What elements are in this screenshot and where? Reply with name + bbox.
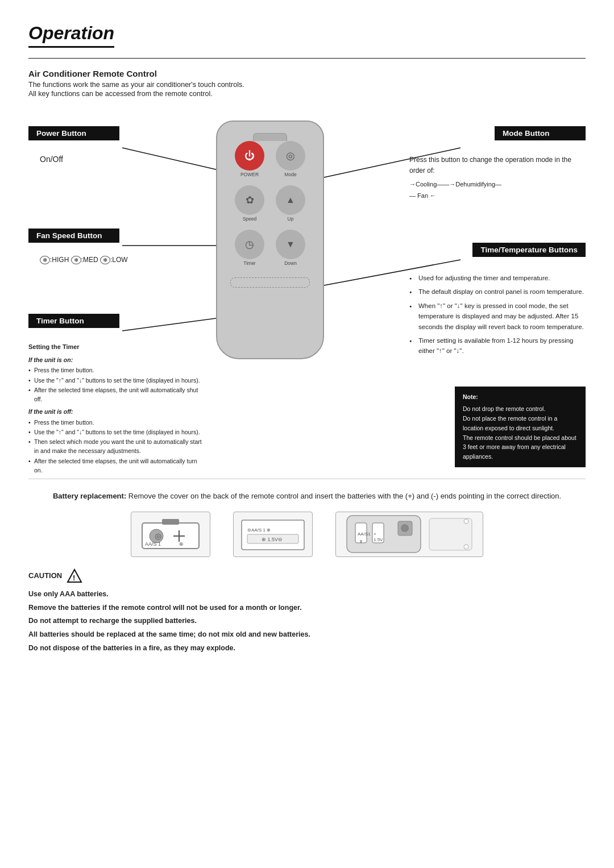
page-title: Operation (28, 23, 114, 48)
down-btn-wrap: Down (276, 230, 305, 266)
time-temp-bullets: Used for adjusting the timer and tempera… (409, 273, 586, 360)
remote-dashed-area (230, 277, 310, 288)
caution-title: CAUTION (28, 571, 62, 580)
svg-text:⊖AA/S 1  ⊕: ⊖AA/S 1 ⊕ (247, 528, 271, 533)
up-label: Up (288, 216, 294, 222)
power-label: POWER (240, 172, 259, 177)
mode-icon (286, 149, 295, 162)
caution-line-3: Do not attempt to recharge the supplied … (28, 614, 586, 628)
svg-text:+: + (374, 531, 376, 537)
caution-line-1: Use only AAA batteries. (28, 588, 586, 601)
remote-control: POWER Mode Speed Up (216, 121, 324, 359)
mode-button-label: Mode Button (495, 126, 586, 140)
svg-point-25 (401, 524, 409, 532)
battery-image-1: ◎ AA/S 1 ⊕ (131, 512, 210, 557)
timer-content: Setting the Timer If the unit is on: Pre… (28, 342, 205, 475)
power-button-label: Power Button (28, 126, 119, 140)
battery-section: Battery replacement: Remove the cover on… (28, 479, 586, 655)
svg-text:◎: ◎ (155, 531, 161, 541)
remote-row-1: POWER Mode (235, 141, 305, 177)
intro-line-1: The functions work the same as your air … (28, 81, 586, 89)
down-button[interactable] (276, 230, 305, 259)
timer-button[interactable] (235, 230, 264, 259)
mode-flow-1: →Cooling——→Dehumidifying— (409, 180, 586, 190)
svg-point-27 (464, 519, 468, 524)
section-title: Air Conditioner Remote Control (28, 69, 586, 78)
battery-image-2: ⊖AA/S 1 ⊕ ⊕ 1.5V⊖ (233, 512, 313, 557)
time-temp-button-label: Time/Temperature Buttons (472, 243, 586, 257)
speed-label: Speed (243, 216, 257, 222)
timer-on-step-2: Use the "↑" and "↓" buttons to set the t… (28, 376, 205, 385)
battery-svg-3: AA/S1 + 1.5V (341, 513, 478, 555)
svg-text:⊕  1.5V⊖: ⊕ 1.5V⊖ (262, 537, 283, 542)
timer-off-step-4: After the selected time elapses, the uni… (28, 456, 205, 475)
timer-btn-wrap: Timer (235, 230, 264, 266)
battery-text-body: Remove the cover on the back of the remo… (126, 492, 561, 500)
up-button[interactable] (276, 185, 305, 215)
power-button[interactable] (235, 141, 264, 171)
down-label: Down (284, 260, 297, 266)
caution-line-2: Remove the batteries if the remote contr… (28, 601, 586, 615)
note-title: Note: (463, 392, 578, 402)
svg-rect-6 (162, 519, 179, 525)
up-btn-wrap: Up (276, 185, 305, 222)
fan-speed-desc: ❄:HIGH ❄:MED ❄:LOW (40, 256, 128, 264)
caution-line-4: All batteries should be replaced at the … (28, 628, 586, 642)
timer-on-steps: Press the timer button. Use the "↑" and … (28, 366, 205, 404)
speed-button[interactable] (235, 185, 264, 215)
svg-text:AA/S 1: AA/S 1 (145, 541, 161, 547)
battery-text-bold: Battery replacement: (53, 492, 126, 500)
power-btn-wrap: POWER (235, 141, 264, 177)
time-temp-bullet-1: Used for adjusting the timer and tempera… (409, 273, 586, 283)
svg-text:⊕: ⊕ (179, 541, 184, 547)
caution-triangle-icon: ! (67, 568, 82, 583)
remote-row-2: Speed Up (235, 185, 305, 222)
timer-on-step-3: After the selected time elapses, the uni… (28, 385, 205, 404)
note-item-3: The remote control should be placed abou… (463, 433, 578, 462)
timer-off-step-3: Then select which mode you want the unit… (28, 437, 205, 456)
power-icon (244, 150, 255, 162)
remote-row-3: Timer Down (235, 230, 305, 266)
timer-off-step-2: Use the "↑" and "↓" buttons to set the t… (28, 427, 205, 437)
battery-image-3: AA/S1 + 1.5V (335, 512, 483, 557)
timer-off-steps: Press the timer button. Use the "↑" and … (28, 418, 205, 475)
timer-off-step-1: Press the timer button. (28, 418, 205, 427)
svg-text:AA/S1: AA/S1 (358, 531, 371, 537)
timer-on-step-1: Press the timer button. (28, 366, 205, 375)
timer-setting-title: Setting the Timer (28, 342, 205, 352)
battery-images: ◎ AA/S 1 ⊕ ⊖AA/S 1 ⊕ ⊕ 1.5V⊖ (28, 512, 586, 557)
battery-text: Battery replacement: Remove the cover on… (28, 491, 586, 502)
time-temp-bullet-2: The default display on control panel is … (409, 286, 586, 297)
mode-button[interactable] (276, 141, 305, 171)
mode-btn-wrap: Mode (276, 141, 305, 177)
timer-label: Timer (243, 260, 255, 266)
note-item-1: Do not drop the remote control. (463, 404, 578, 414)
up-icon (286, 195, 295, 205)
battery-svg-1: ◎ AA/S 1 ⊕ (136, 514, 205, 554)
timer-if-on: If the unit is on: (28, 355, 205, 364)
diagram-area: Power Button On/Off Fan Speed Button ❄:H… (28, 115, 586, 467)
battery-svg-2: ⊖AA/S 1 ⊕ ⊕ 1.5V⊖ (239, 514, 307, 554)
mode-desc: Press this button to change the operatio… (409, 155, 586, 201)
caution-header: CAUTION ! (28, 568, 586, 583)
svg-text:1.5V: 1.5V (374, 537, 383, 542)
caution-lines: Use only AAA batteries. Remove the batte… (28, 588, 586, 655)
speed-icon (246, 194, 254, 206)
timer-icon (245, 238, 254, 251)
time-temp-bullet-3: When "↑" or "↓" key is pressed in cool m… (409, 301, 586, 332)
power-desc: On/Off (40, 155, 63, 164)
note-item-2: Do not place the remote control in a loc… (463, 414, 578, 433)
intro-line-2: All key functions can be accessed from t… (28, 90, 586, 98)
svg-point-28 (464, 545, 468, 549)
down-icon (286, 239, 295, 250)
timer-if-off: If the unit is off: (28, 407, 205, 416)
mode-label: Mode (284, 172, 296, 177)
timer-button-label: Timer Button (28, 314, 119, 328)
svg-text:!: ! (73, 574, 75, 582)
speed-btn-wrap: Speed (235, 185, 264, 222)
fan-speed-button-label: Fan Speed Button (28, 229, 119, 243)
note-box: Note: Do not drop the remote control. Do… (455, 387, 586, 467)
remote-nub (253, 133, 287, 141)
caution-section: CAUTION ! Use only AAA batteries. Remove… (28, 568, 586, 655)
time-temp-bullet-4: Timer setting is available from 1-12 hou… (409, 335, 586, 356)
